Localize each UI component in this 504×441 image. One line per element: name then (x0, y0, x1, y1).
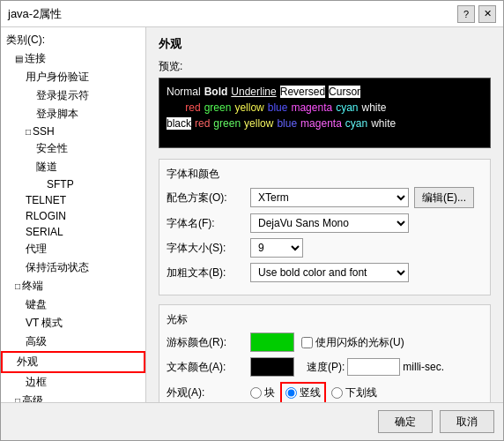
appearance-underline-radio[interactable] (331, 387, 343, 399)
font-name-row: 字体名(F): DejaVu Sans Mono (167, 213, 483, 233)
appearance-underline-label: 下划线 (345, 385, 377, 400)
appearance-vertical-radio[interactable] (285, 387, 297, 399)
appearance-underline-option[interactable]: 下划线 (331, 385, 377, 400)
pv-dark-magenta: magenta (300, 117, 342, 130)
font-size-select[interactable]: 9 (250, 238, 303, 258)
pv-dark-red: red (195, 117, 210, 130)
preview-line1: Normal Bold Underline Reversed Cursor (167, 86, 483, 98)
cursor-text-color-picker[interactable] (250, 357, 294, 377)
font-color-title: 字体和颜色 (167, 167, 483, 182)
font-name-select[interactable]: DejaVu Sans Mono (250, 213, 409, 233)
pv-bold: Bold (204, 86, 228, 98)
sidebar-item-vt-mode[interactable]: VT 模式 (1, 314, 145, 333)
dialog-title: java-2属性 (8, 6, 62, 22)
cursor-flash-label: 使用闪烁的光标(U) (315, 335, 404, 350)
pv-red: red (185, 101, 200, 114)
section-title: 外观 (159, 36, 491, 52)
appearance-vertical-label: 竖线 (300, 385, 321, 400)
pv-yellow: yellow (234, 101, 263, 114)
sidebar-item-terminal[interactable]: □终端 (1, 277, 145, 295)
pv-dark-blue: blue (277, 117, 297, 130)
sidebar-item-sftp[interactable]: SFTP (1, 176, 145, 192)
preview-label: 预览: (159, 59, 491, 74)
pv-magenta: magenta (291, 101, 332, 114)
cursor-speed-label: 速度(P): (307, 360, 345, 375)
preview-box: Normal Bold Underline Reversed Cursor re… (159, 78, 491, 148)
pv-normal: Normal (167, 86, 201, 98)
pv-white: white (362, 101, 387, 114)
font-name-label: 字体名(F): (167, 216, 250, 231)
bottom-bar: 确定 取消 (1, 402, 503, 440)
pv-cursor: Cursor (329, 86, 360, 98)
pv-line2-indent (167, 101, 178, 114)
pv-cyan: cyan (336, 101, 358, 114)
bold-text-select[interactable]: Use bold color and font (250, 263, 409, 282)
text-color-row: 文本颜色(A): 速度(P): milli-sec. (167, 357, 483, 377)
sidebar-item-login-hint[interactable]: 登录提示符 (1, 86, 145, 105)
expand-icon-terminal: □ (15, 281, 20, 291)
sidebar-item-ssh[interactable]: □SSH (1, 123, 145, 139)
color-scheme-select[interactable]: XTerm (250, 188, 409, 207)
cancel-button[interactable]: 取消 (440, 410, 494, 433)
font-size-label: 字体大小(S): (167, 241, 250, 256)
main-content: 类别(C): ▤连接 用户身份验证 登录提示符 登录脚本 □SSH 安全性 隧道… (1, 27, 503, 402)
pv-dark-cyan: cyan (345, 117, 367, 130)
color-scheme-edit-button[interactable]: 编辑(E)... (414, 187, 474, 208)
category-label: 类别(C): (1, 31, 145, 49)
help-button[interactable]: ? (457, 5, 475, 23)
sidebar-item-serial[interactable]: SERIAL (1, 224, 145, 240)
sidebar-item-connect[interactable]: ▤连接 (1, 49, 145, 68)
cursor-color-row: 游标颜色(R): 使用闪烁的光标(U) (167, 333, 483, 352)
preview-line3: black red green yellow blue magenta cyan… (167, 117, 483, 130)
cursor-text-color-label: 文本颜色(A): (167, 360, 250, 375)
ok-button[interactable]: 确定 (378, 410, 433, 433)
pv-dark-yellow: yellow (244, 117, 273, 130)
cursor-section: 光标 游标颜色(R): 使用闪烁的光标(U) 文本颜色(A): 速度(P): (159, 304, 491, 402)
bold-text-row: 加粗文本(B): Use bold color and font (167, 263, 483, 282)
sidebar-item-tunnel[interactable]: 隧道 (1, 158, 145, 176)
appearance-block-radio[interactable] (250, 387, 262, 399)
title-bar: java-2属性 ? ✕ (1, 1, 503, 27)
appearance-row: 外观(A): 块 竖线 下划线 (167, 382, 483, 402)
font-color-section: 字体和颜色 配色方案(O): XTerm 编辑(E)... 字体名(F): De… (159, 159, 491, 295)
expand-icon: ▤ (15, 54, 23, 64)
font-size-row: 字体大小(S): 9 (167, 238, 483, 258)
sidebar-item-login-script[interactable]: 登录脚本 (1, 105, 145, 123)
sidebar-item-telnet[interactable]: TELNET (1, 192, 145, 208)
pv-blue: blue (268, 101, 288, 114)
expand-icon-ssh: □ (26, 127, 31, 137)
right-panel: 外观 预览: Normal Bold Underline Reversed Cu… (146, 27, 503, 402)
sidebar-item-proxy[interactable]: 代理 (1, 240, 145, 258)
cursor-speed-input[interactable] (347, 358, 400, 376)
sidebar-item-keyboard[interactable]: 键盘 (1, 295, 145, 314)
sidebar-item-auth[interactable]: 用户身份验证 (1, 68, 145, 86)
title-bar-buttons: ? ✕ (457, 5, 496, 23)
sidebar-item-rlogin[interactable]: RLOGIN (1, 208, 145, 224)
dialog: java-2属性 ? ✕ 类别(C): ▤连接 用户身份验证 登录提示符 登录脚… (0, 0, 504, 441)
cursor-color-label: 游标颜色(R): (167, 335, 250, 350)
sidebar-item-keepalive[interactable]: 保持活动状态 (1, 258, 145, 277)
pv-dark-white: white (371, 117, 396, 130)
sidebar-item-border[interactable]: 边框 (1, 373, 145, 392)
left-panel: 类别(C): ▤连接 用户身份验证 登录提示符 登录脚本 □SSH 安全性 隧道… (1, 27, 146, 402)
color-scheme-label: 配色方案(O): (167, 191, 250, 206)
cursor-flash-option: 使用闪烁的光标(U) (301, 335, 404, 350)
pv-black: black (167, 117, 191, 130)
pv-green: green (204, 101, 232, 114)
cursor-section-title: 光标 (167, 312, 483, 327)
bold-text-label: 加粗文本(B): (167, 265, 250, 280)
speed-row-outer: 速度(P): milli-sec. (307, 358, 444, 376)
appearance-label: 外观(A): (167, 385, 250, 400)
appearance-vertical-option[interactable]: 竖线 (280, 382, 326, 402)
sidebar-item-security[interactable]: 安全性 (1, 139, 145, 158)
cursor-flash-checkbox[interactable] (301, 337, 313, 348)
cursor-color-picker[interactable] (250, 333, 294, 352)
color-scheme-row: 配色方案(O): XTerm 编辑(E)... (167, 187, 483, 208)
sidebar-item-appearance[interactable]: 外观 (1, 351, 145, 373)
sidebar-item-advanced-root[interactable]: □高级 (1, 392, 145, 402)
appearance-block-option[interactable]: 块 (250, 385, 275, 400)
sidebar-item-advanced-terminal[interactable]: 高级 (1, 333, 145, 351)
pv-dark-green: green (213, 117, 241, 130)
close-button[interactable]: ✕ (478, 5, 496, 23)
pv-underline: Underline (231, 86, 276, 98)
